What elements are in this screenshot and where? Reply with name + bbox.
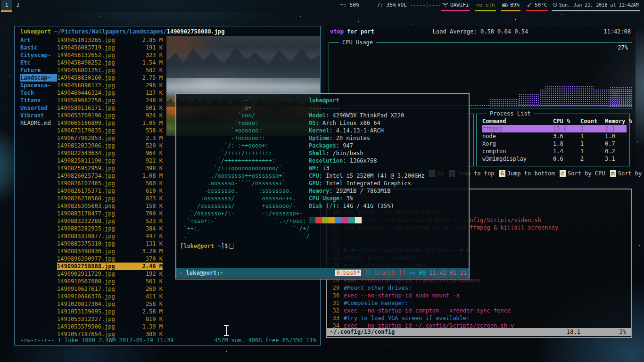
file-item[interactable]: 1490826230568.jpg823 K <box>57 195 163 202</box>
shell-prompt[interactable]: [luke@port ~]$ <box>180 243 233 249</box>
palette-swatch <box>335 217 342 223</box>
directory-item[interactable]: Art <box>20 36 57 44</box>
wifi-indicator[interactable]: UAWiFi <box>442 0 469 12</box>
process-row[interactable]: Xorg1.810.7 <box>482 140 627 148</box>
desktop-wallpaper: 1 2 ~: 50% /: 35% VOL -----|---- UAWiFi … <box>0 0 644 362</box>
file-item[interactable]: 1490451013265.jpg2.85 M <box>57 36 163 44</box>
file-item[interactable]: 1491053139695.jpg2.58 M <box>57 308 163 315</box>
file-item[interactable]: 1490458850160.jpg2.75 M <box>57 74 163 82</box>
volume-indicator[interactable]: VOL -----|---- <box>397 0 441 12</box>
tmux-date: 01-21 <box>450 270 467 276</box>
palette-swatch <box>315 217 322 223</box>
file-item[interactable]: 1490653709196.jpg924 K <box>57 112 163 119</box>
file-item[interactable]: 1490458498252.jpg1.54 M <box>57 59 163 66</box>
file-item[interactable]: 1490826107465.jpg560 K <box>57 180 163 187</box>
directory-item[interactable]: Tech <box>20 89 57 97</box>
directory-item[interactable]: Etc <box>20 59 57 66</box>
file-item[interactable]: 1490910686376.jpg411 K <box>57 293 163 300</box>
file-item[interactable]: 1490896390977.jpg370 K <box>57 255 163 263</box>
file-item[interactable]: 1490883498930.jpg3.29 M <box>57 247 163 255</box>
file-item[interactable]: 1490883232288.jpg523 K <box>57 217 163 225</box>
file-item[interactable]: 1490826025734.jpg1.08 M <box>57 172 163 180</box>
ranger-directory-column: ArtBasicCityscap~EtcFutureLandscap~Space… <box>20 36 57 127</box>
file-item[interactable]: 1490456083719.jpg191 K <box>57 44 163 51</box>
neofetch-info-line: Packages: 947 <box>309 142 425 149</box>
file-item[interactable]: 1490883375310.jpg131 K <box>57 240 163 247</box>
directory-item[interactable]: Unsorted <box>20 104 57 112</box>
directory-item[interactable]: Landscap~ <box>20 74 57 82</box>
file-item[interactable]: 1490812033906.jpg520 K <box>57 142 163 149</box>
process-row[interactable]: compton1.410.2 <box>482 148 627 155</box>
tmux-window-name[interactable]: 0:bash* <box>335 270 361 276</box>
file-item[interactable]: 1491053312227.jpg819 K <box>57 315 163 323</box>
vtop-header: vtop for port Load Average: 0.58 0.64 0.… <box>330 28 631 36</box>
palette-swatch <box>309 217 315 223</box>
file-item[interactable]: 1491053579506.jpg1.39 M <box>57 323 163 330</box>
directory-item[interactable]: Vibrant <box>20 112 57 119</box>
neofetch-terminal-window: -` .o+` `ooo/ `+oooo: `+oooooo: -+oooooo… <box>175 93 470 280</box>
clock-indicator[interactable]: Sun, Jan 21, 2018 at 11:42AM <box>553 0 639 12</box>
palette-swatch <box>355 217 362 223</box>
directory-item[interactable]: Cityscap~ <box>20 51 57 59</box>
file-item[interactable]: 1490883319877.jpg447 K <box>57 232 163 240</box>
palette-swatch <box>329 217 335 223</box>
file-item[interactable]: 1490826175371.jpg610 K <box>57 187 163 195</box>
neofetch-info-line: Resolution: 644x362 <box>309 157 425 165</box>
file-item[interactable]: 1490458896172.jpg296 K <box>57 82 163 89</box>
file-item[interactable]: 1490825952959.jpg398 K <box>57 165 163 172</box>
temperature-indicator[interactable]: 50°C <box>527 0 547 12</box>
disk-home-indicator[interactable]: ~: 50% <box>340 0 359 12</box>
ranger-path-title: luke@port ~/Pictures/Wallpapers/Landscap… <box>20 28 225 35</box>
battery-icon <box>502 3 508 7</box>
file-item[interactable]: 1490826305603.png158 K <box>57 202 163 210</box>
file-item[interactable]: 1490910627617.jpg269 K <box>57 285 163 293</box>
directory-item[interactable]: Spacesca~ <box>20 82 57 89</box>
vtop-title: vtop for port <box>330 28 374 35</box>
file-item[interactable]: 1490673179835.jpg558 K <box>57 127 163 134</box>
ranger-file-column: 1490451013265.jpg2.85 M1490456083719.jpg… <box>57 36 163 338</box>
battery-indicator[interactable]: 89% <box>502 0 520 12</box>
neofetch-info: luke@port---------Model: 4290W3X ThinkPa… <box>309 97 425 210</box>
directory-item[interactable]: Basic <box>20 44 57 51</box>
ethernet-indicator[interactable]: no eth <box>476 0 495 12</box>
file-item[interactable]: 1490665166809.jpg1.05 M <box>57 119 163 127</box>
disk-root-indicator[interactable]: /: 35% <box>377 0 396 12</box>
file-item[interactable]: 1490902758088.jpg2.46 M <box>57 263 163 270</box>
file-item[interactable]: 1490456132652.jpg323 K <box>57 51 163 59</box>
vim-status-bar: ~/.config/i3/config 18,1 3% <box>327 328 631 336</box>
process-row[interactable]: ffmpeg15.612.1 <box>482 125 627 132</box>
workspace-1-button[interactable]: 1 <box>1 0 12 12</box>
workspace-2-button[interactable]: 2 <box>12 0 24 12</box>
file-item[interactable]: 1490677982853.jpg2.3 M <box>57 134 163 142</box>
file-item[interactable]: 1490460446324.jpg127 K <box>57 89 163 97</box>
process-list-panel: Process List CommandCPU %CountMemory %ff… <box>476 114 630 166</box>
palette-swatch <box>342 217 348 223</box>
file-item[interactable]: 1490589116171.jpg501 K <box>57 104 163 112</box>
file-item[interactable]: 1490910567008.jpg561 K <box>57 278 163 285</box>
cpu-percent: 27% <box>618 44 628 51</box>
vim-line: 32exec --no-startup-id compton --xrender… <box>327 307 631 314</box>
file-item[interactable]: 1490825811190.jpg922 K <box>57 157 163 165</box>
vim-cursor-position: 18,1 <box>567 328 580 336</box>
neofetch-info-line: Uptime: 20 minutes <box>309 134 425 142</box>
directory-item[interactable]: Future <box>20 66 57 74</box>
neofetch-info-line: WM: i3 <box>309 165 425 172</box>
file-item[interactable]: 1490589082750.jpg248 K <box>57 97 163 104</box>
text-cursor <box>223 325 229 337</box>
ranger-status-bar: -rw-r--r-- 1 luke 1000 2.46M 2017-05-19 … <box>20 337 316 344</box>
file-item[interactable]: 1490902911729.jpg192 K <box>57 270 163 278</box>
process-row[interactable]: node3.611.0 <box>482 132 627 140</box>
process-row[interactable]: w3mimgdisplay0.623.1 <box>482 155 627 163</box>
file-item[interactable]: 1490883178477.jpg700 K <box>57 210 163 217</box>
neofetch-info-line: CPU: Intel i5-2520M (4) @ 3.200GHz <box>309 172 425 180</box>
disk-summary: 457M sum, 400G free 65/350 11% <box>214 337 316 344</box>
load-average: Load Average: 0.58 0.64 0.54 <box>433 28 528 35</box>
wifi-icon <box>442 2 448 7</box>
file-item[interactable]: 1490458801251.jpg582 K <box>57 66 163 74</box>
directory-item[interactable]: README.md <box>20 119 57 127</box>
directory-item[interactable]: Titans <box>20 97 57 104</box>
file-item[interactable]: 1490822343634.jpg964 K <box>57 149 163 157</box>
file-item[interactable]: 1491020817304.jpg258 K <box>57 300 163 308</box>
file-item[interactable]: 1490883282935.jpg384 K <box>57 225 163 232</box>
tmux-session[interactable]: luke@port:~ <box>186 270 223 276</box>
